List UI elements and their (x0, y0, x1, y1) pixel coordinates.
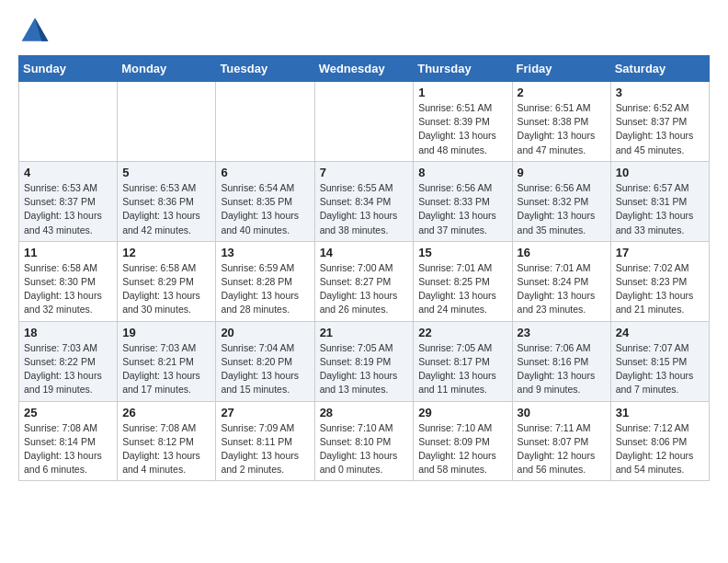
day-number: 24 (616, 326, 704, 339)
calendar-cell: 24Sunrise: 7:07 AM Sunset: 8:15 PM Dayli… (610, 321, 709, 401)
calendar-header-monday: Monday (118, 56, 216, 82)
calendar-cell: 18Sunrise: 7:03 AM Sunset: 8:22 PM Dayli… (19, 321, 118, 401)
calendar-table: SundayMondayTuesdayWednesdayThursdayFrid… (18, 55, 710, 481)
day-info: Sunrise: 7:01 AM Sunset: 8:25 PM Dayligh… (418, 261, 506, 317)
calendar-header-friday: Friday (512, 56, 610, 82)
calendar-cell: 30Sunrise: 7:11 AM Sunset: 8:07 PM Dayli… (512, 401, 610, 481)
day-info: Sunrise: 7:10 AM Sunset: 8:10 PM Dayligh… (320, 421, 409, 477)
day-info: Sunrise: 7:02 AM Sunset: 8:23 PM Dayligh… (616, 261, 704, 317)
calendar-cell: 11Sunrise: 6:58 AM Sunset: 8:30 PM Dayli… (19, 241, 118, 321)
day-info: Sunrise: 6:57 AM Sunset: 8:31 PM Dayligh… (616, 181, 704, 237)
day-info: Sunrise: 6:53 AM Sunset: 8:37 PM Dayligh… (24, 181, 112, 237)
logo-icon (18, 15, 51, 48)
day-info: Sunrise: 7:00 AM Sunset: 8:27 PM Dayligh… (320, 261, 409, 317)
calendar-cell: 10Sunrise: 6:57 AM Sunset: 8:31 PM Dayli… (610, 161, 709, 241)
day-number: 1 (418, 86, 506, 99)
calendar-cell: 20Sunrise: 7:04 AM Sunset: 8:20 PM Dayli… (216, 321, 314, 401)
day-info: Sunrise: 7:10 AM Sunset: 8:09 PM Dayligh… (418, 421, 506, 477)
day-number: 30 (518, 406, 606, 419)
calendar-header-thursday: Thursday (414, 56, 512, 82)
calendar-cell: 27Sunrise: 7:09 AM Sunset: 8:11 PM Dayli… (216, 401, 314, 481)
calendar-cell: 29Sunrise: 7:10 AM Sunset: 8:09 PM Dayli… (414, 401, 512, 481)
day-number: 21 (320, 326, 409, 339)
day-number: 7 (320, 166, 409, 179)
calendar-cell: 22Sunrise: 7:05 AM Sunset: 8:17 PM Dayli… (414, 321, 512, 401)
calendar-week-4: 18Sunrise: 7:03 AM Sunset: 8:22 PM Dayli… (19, 321, 710, 401)
calendar-cell: 9Sunrise: 6:56 AM Sunset: 8:32 PM Daylig… (512, 161, 610, 241)
calendar-cell: 21Sunrise: 7:05 AM Sunset: 8:19 PM Dayli… (314, 321, 414, 401)
day-info: Sunrise: 7:08 AM Sunset: 8:12 PM Dayligh… (122, 421, 210, 477)
day-number: 6 (221, 166, 309, 179)
day-info: Sunrise: 7:05 AM Sunset: 8:19 PM Dayligh… (320, 341, 409, 397)
day-info: Sunrise: 6:58 AM Sunset: 8:30 PM Dayligh… (24, 261, 112, 317)
calendar-cell: 25Sunrise: 7:08 AM Sunset: 8:14 PM Dayli… (19, 401, 118, 481)
day-info: Sunrise: 7:08 AM Sunset: 8:14 PM Dayligh… (24, 421, 112, 477)
day-number: 27 (221, 406, 309, 419)
calendar-cell: 26Sunrise: 7:08 AM Sunset: 8:12 PM Dayli… (118, 401, 216, 481)
day-info: Sunrise: 6:54 AM Sunset: 8:35 PM Dayligh… (221, 181, 309, 237)
calendar-cell: 4Sunrise: 6:53 AM Sunset: 8:37 PM Daylig… (19, 161, 118, 241)
day-info: Sunrise: 6:56 AM Sunset: 8:33 PM Dayligh… (418, 181, 506, 237)
day-number: 29 (418, 406, 506, 419)
day-number: 8 (418, 166, 506, 179)
day-number: 28 (320, 406, 409, 419)
calendar-cell: 23Sunrise: 7:06 AM Sunset: 8:16 PM Dayli… (512, 321, 610, 401)
day-number: 5 (122, 166, 210, 179)
calendar-cell: 31Sunrise: 7:12 AM Sunset: 8:06 PM Dayli… (610, 401, 709, 481)
day-info: Sunrise: 7:03 AM Sunset: 8:21 PM Dayligh… (122, 341, 210, 397)
day-info: Sunrise: 7:01 AM Sunset: 8:24 PM Dayligh… (518, 261, 606, 317)
day-info: Sunrise: 7:05 AM Sunset: 8:17 PM Dayligh… (418, 341, 506, 397)
day-number: 17 (616, 246, 704, 259)
day-number: 23 (518, 326, 606, 339)
day-info: Sunrise: 6:51 AM Sunset: 8:38 PM Dayligh… (518, 101, 606, 157)
calendar-week-5: 25Sunrise: 7:08 AM Sunset: 8:14 PM Dayli… (19, 401, 710, 481)
calendar-header-saturday: Saturday (610, 56, 709, 82)
day-number: 15 (418, 246, 506, 259)
logo (18, 15, 55, 48)
day-info: Sunrise: 7:12 AM Sunset: 8:06 PM Dayligh… (616, 421, 704, 477)
calendar-cell: 14Sunrise: 7:00 AM Sunset: 8:27 PM Dayli… (314, 241, 414, 321)
calendar-cell (19, 82, 118, 162)
calendar-cell (216, 82, 314, 162)
day-number: 16 (518, 246, 606, 259)
day-info: Sunrise: 6:55 AM Sunset: 8:34 PM Dayligh… (320, 181, 409, 237)
day-info: Sunrise: 6:52 AM Sunset: 8:37 PM Dayligh… (616, 101, 704, 157)
calendar-header-tuesday: Tuesday (216, 56, 314, 82)
calendar-header-sunday: Sunday (19, 56, 118, 82)
calendar-week-2: 4Sunrise: 6:53 AM Sunset: 8:37 PM Daylig… (19, 161, 710, 241)
calendar-cell: 12Sunrise: 6:58 AM Sunset: 8:29 PM Dayli… (118, 241, 216, 321)
day-number: 3 (616, 86, 704, 99)
calendar-cell: 19Sunrise: 7:03 AM Sunset: 8:21 PM Dayli… (118, 321, 216, 401)
day-number: 4 (24, 166, 112, 179)
calendar-header-wednesday: Wednesday (314, 56, 414, 82)
day-number: 25 (24, 406, 112, 419)
day-number: 19 (122, 326, 210, 339)
day-info: Sunrise: 6:51 AM Sunset: 8:39 PM Dayligh… (418, 101, 506, 157)
calendar-cell: 8Sunrise: 6:56 AM Sunset: 8:33 PM Daylig… (414, 161, 512, 241)
day-number: 13 (221, 246, 309, 259)
day-info: Sunrise: 7:06 AM Sunset: 8:16 PM Dayligh… (518, 341, 606, 397)
day-number: 14 (320, 246, 409, 259)
calendar-cell: 7Sunrise: 6:55 AM Sunset: 8:34 PM Daylig… (314, 161, 414, 241)
day-number: 22 (418, 326, 506, 339)
calendar-cell: 13Sunrise: 6:59 AM Sunset: 8:28 PM Dayli… (216, 241, 314, 321)
day-info: Sunrise: 6:59 AM Sunset: 8:28 PM Dayligh… (221, 261, 309, 317)
day-number: 9 (518, 166, 606, 179)
calendar-cell: 6Sunrise: 6:54 AM Sunset: 8:35 PM Daylig… (216, 161, 314, 241)
page-header (18, 15, 710, 48)
calendar-cell (314, 82, 414, 162)
calendar-cell: 2Sunrise: 6:51 AM Sunset: 8:38 PM Daylig… (512, 82, 610, 162)
day-info: Sunrise: 7:03 AM Sunset: 8:22 PM Dayligh… (24, 341, 112, 397)
calendar-cell (118, 82, 216, 162)
day-info: Sunrise: 7:11 AM Sunset: 8:07 PM Dayligh… (518, 421, 606, 477)
calendar-cell: 5Sunrise: 6:53 AM Sunset: 8:36 PM Daylig… (118, 161, 216, 241)
day-info: Sunrise: 7:07 AM Sunset: 8:15 PM Dayligh… (616, 341, 704, 397)
calendar-cell: 28Sunrise: 7:10 AM Sunset: 8:10 PM Dayli… (314, 401, 414, 481)
calendar-cell: 16Sunrise: 7:01 AM Sunset: 8:24 PM Dayli… (512, 241, 610, 321)
day-number: 26 (122, 406, 210, 419)
calendar-week-3: 11Sunrise: 6:58 AM Sunset: 8:30 PM Dayli… (19, 241, 710, 321)
day-info: Sunrise: 6:53 AM Sunset: 8:36 PM Dayligh… (122, 181, 210, 237)
calendar-week-1: 1Sunrise: 6:51 AM Sunset: 8:39 PM Daylig… (19, 82, 710, 162)
calendar-cell: 17Sunrise: 7:02 AM Sunset: 8:23 PM Dayli… (610, 241, 709, 321)
calendar-header-row: SundayMondayTuesdayWednesdayThursdayFrid… (19, 56, 710, 82)
